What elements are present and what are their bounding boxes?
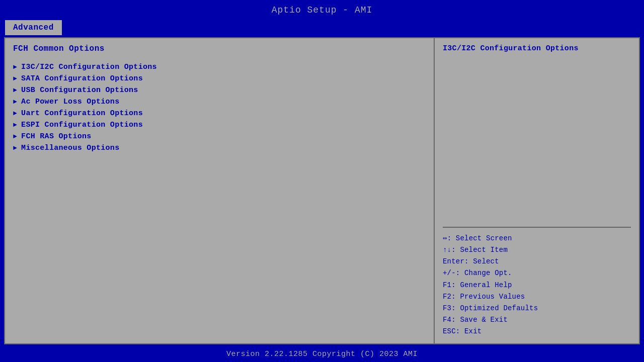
key-help-item-3: +/-: Change Opt. <box>443 267 631 279</box>
menu-arrow-0: ► <box>13 63 17 71</box>
menu-item-5[interactable]: ►ESPI Configuration Options <box>13 119 426 131</box>
app-title: Aptio Setup - AMI <box>272 5 373 15</box>
right-panel-divider <box>443 227 631 228</box>
left-panel-title: FCH Common Options <box>13 44 426 53</box>
menu-item-0[interactable]: ►I3C/I2C Configuration Options <box>13 61 426 73</box>
key-help: ⇔: Select Screen↑↓: Select ItemEnter: Se… <box>443 233 631 337</box>
menu-arrow-4: ► <box>13 110 17 117</box>
menu-arrow-5: ► <box>13 121 17 129</box>
key-help-item-5: F2: Previous Values <box>443 291 631 303</box>
menu-list: ►I3C/I2C Configuration Options►SATA Conf… <box>13 61 426 154</box>
menu-item-label-2: USB Configuration Options <box>21 86 138 95</box>
left-panel: FCH Common Options ►I3C/I2C Configuratio… <box>5 38 435 343</box>
title-bar: Aptio Setup - AMI <box>0 0 644 18</box>
menu-item-1[interactable]: ►SATA Configuration Options <box>13 73 426 84</box>
menu-item-6[interactable]: ►FCH RAS Options <box>13 131 426 142</box>
menu-item-3[interactable]: ►Ac Power Loss Options <box>13 96 426 108</box>
menu-arrow-6: ► <box>13 133 17 140</box>
menu-item-label-6: FCH RAS Options <box>21 132 92 141</box>
menu-arrow-3: ► <box>13 98 17 106</box>
key-help-item-1: ↑↓: Select Item <box>443 244 631 256</box>
menu-arrow-2: ► <box>13 86 17 94</box>
footer-text: Version 2.22.1285 Copyright (C) 2023 AMI <box>226 350 418 358</box>
main-content: FCH Common Options ►I3C/I2C Configuratio… <box>4 37 640 344</box>
tab-advanced-label: Advanced <box>13 23 54 32</box>
menu-item-4[interactable]: ►Uart Configuration Options <box>13 108 426 119</box>
app: Aptio Setup - AMI Advanced FCH Common Op… <box>0 0 644 362</box>
menu-item-2[interactable]: ►USB Configuration Options <box>13 84 426 96</box>
key-help-item-2: Enter: Select <box>443 256 631 267</box>
footer: Version 2.22.1285 Copyright (C) 2023 AMI <box>0 346 644 362</box>
key-help-item-0: ⇔: Select Screen <box>443 233 631 244</box>
right-panel: I3C/I2C Configuration Options ⇔: Select … <box>435 38 639 343</box>
menu-item-label-3: Ac Power Loss Options <box>21 98 119 106</box>
tab-bar: Advanced <box>0 18 644 35</box>
menu-item-label-0: I3C/I2C Configuration Options <box>21 63 157 71</box>
menu-item-7[interactable]: ►Miscellaneous Options <box>13 142 426 154</box>
menu-arrow-7: ► <box>13 144 17 152</box>
right-panel-description <box>443 59 631 222</box>
menu-item-label-1: SATA Configuration Options <box>21 74 143 83</box>
key-help-item-8: ESC: Exit <box>443 326 631 337</box>
menu-arrow-1: ► <box>13 75 17 82</box>
key-help-item-6: F3: Optimized Defaults <box>443 303 631 314</box>
key-help-item-4: F1: General Help <box>443 280 631 291</box>
menu-item-label-4: Uart Configuration Options <box>21 109 143 118</box>
menu-item-label-7: Miscellaneous Options <box>21 144 119 152</box>
menu-item-label-5: ESPI Configuration Options <box>21 121 143 129</box>
tab-advanced[interactable]: Advanced <box>5 20 62 35</box>
key-help-item-7: F4: Save & Exit <box>443 314 631 326</box>
right-panel-title: I3C/I2C Configuration Options <box>443 44 631 53</box>
